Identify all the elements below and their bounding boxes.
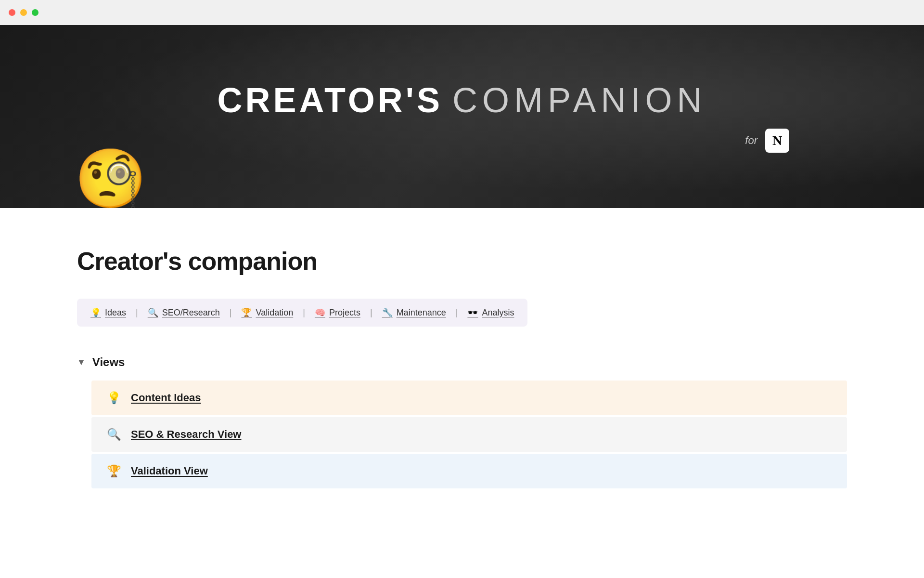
title-bar (0, 0, 924, 25)
maintenance-icon: 🔧 (382, 307, 393, 318)
hero-title-light: COMPANION (452, 80, 707, 120)
seo-icon: 🔍 (148, 307, 158, 318)
tab-seo-label: SEO/Research (162, 308, 220, 318)
separator-2: | (230, 308, 232, 318)
tab-projects[interactable]: 🧠 Projects (315, 307, 360, 318)
tab-ideas-label: Ideas (105, 308, 126, 318)
validation-view-icon: 🏆 (107, 464, 121, 478)
seo-research-icon: 🔍 (107, 428, 121, 441)
tab-seo[interactable]: 🔍 SEO/Research (148, 307, 220, 318)
page-title: Creator's companion (77, 247, 847, 276)
ideas-icon: 💡 (90, 307, 101, 318)
tab-projects-label: Projects (329, 308, 360, 318)
nav-tabs: 💡 Ideas | 🔍 SEO/Research | 🏆 Validation … (77, 299, 527, 327)
views-toggle[interactable]: ▼ (77, 357, 86, 368)
content-ideas-label: Content Ideas (131, 392, 201, 404)
hero-title-bold: CREATOR'S (217, 80, 443, 120)
view-item-validation[interactable]: 🏆 Validation View (91, 454, 847, 488)
projects-icon: 🧠 (315, 307, 325, 318)
hero-for-text: for (745, 134, 757, 147)
analysis-icon: 🕶️ (467, 307, 478, 318)
close-button[interactable] (9, 9, 15, 16)
notion-logo: N (765, 129, 789, 153)
views-header: ▼ Views (77, 355, 847, 369)
tab-ideas[interactable]: 💡 Ideas (90, 307, 126, 318)
hero-banner: CREATOR'S COMPANION for N 🧐 (0, 25, 924, 208)
separator-4: | (370, 308, 372, 318)
views-title: Views (92, 355, 125, 369)
tab-validation-label: Validation (256, 308, 293, 318)
tab-analysis[interactable]: 🕶️ Analysis (467, 307, 514, 318)
main-content: Creator's companion 💡 Ideas | 🔍 SEO/Rese… (0, 208, 924, 519)
tab-maintenance-label: Maintenance (397, 308, 446, 318)
separator-3: | (303, 308, 305, 318)
tab-analysis-label: Analysis (482, 308, 514, 318)
minimize-button[interactable] (20, 9, 27, 16)
hero-title: CREATOR'S COMPANION (217, 80, 706, 120)
maximize-button[interactable] (32, 9, 38, 16)
views-section: ▼ Views 💡 Content Ideas 🔍 SEO & Research… (77, 355, 847, 488)
validation-icon: 🏆 (241, 307, 252, 318)
tab-validation[interactable]: 🏆 Validation (241, 307, 293, 318)
view-item-content-ideas[interactable]: 💡 Content Ideas (91, 381, 847, 415)
hero-subtitle: for N (745, 129, 789, 153)
separator-1: | (136, 308, 138, 318)
seo-research-label: SEO & Research View (131, 428, 242, 441)
content-ideas-icon: 💡 (107, 391, 121, 405)
separator-5: | (456, 308, 458, 318)
tab-maintenance[interactable]: 🔧 Maintenance (382, 307, 446, 318)
validation-view-label: Validation View (131, 465, 208, 477)
view-item-seo-research[interactable]: 🔍 SEO & Research View (91, 417, 847, 452)
hero-emoji: 🧐 (75, 145, 147, 208)
